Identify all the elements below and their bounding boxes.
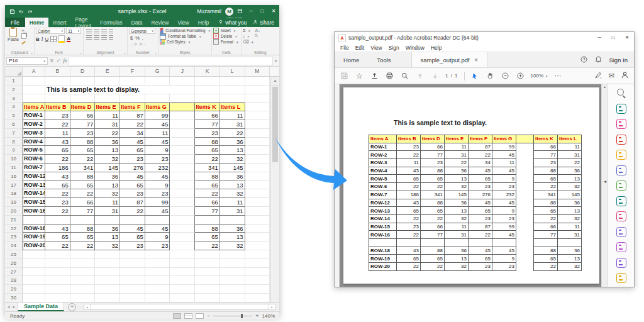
normal-view-icon[interactable] — [173, 313, 181, 319]
zoom-slider-thumb[interactable] — [241, 314, 243, 318]
cell[interactable]: 65 — [45, 146, 70, 155]
cell[interactable]: 45 — [145, 172, 170, 181]
cell[interactable] — [23, 94, 45, 103]
cell[interactable] — [170, 285, 195, 294]
cell[interactable]: 9 — [145, 233, 170, 242]
format-painter-icon[interactable] — [21, 41, 26, 45]
cell[interactable] — [23, 77, 45, 86]
cell[interactable]: 22 — [195, 189, 220, 198]
cell[interactable]: 88 — [195, 172, 220, 181]
cell[interactable]: 13 — [95, 146, 120, 155]
cell[interactable]: 45 — [120, 225, 145, 233]
cell[interactable]: ROW-7 — [23, 164, 45, 172]
cell[interactable]: 23 — [145, 155, 170, 164]
orientation-icon[interactable] — [109, 29, 113, 34]
cell[interactable]: 65 — [70, 181, 96, 190]
cell[interactable] — [245, 103, 270, 111]
cell[interactable] — [120, 285, 145, 294]
insert-function-icon[interactable]: fx — [63, 58, 67, 64]
cell[interactable] — [170, 189, 195, 198]
cell[interactable]: ROW-4 — [23, 138, 45, 147]
row-header-5[interactable]: 5 — [5, 111, 23, 120]
cell[interactable]: 36 — [95, 138, 120, 147]
cell[interactable] — [45, 268, 70, 277]
accounting-format-icon[interactable]: $ — [130, 35, 133, 41]
sort-filter-icon[interactable]: A↓ — [255, 28, 260, 33]
cell[interactable] — [220, 216, 245, 225]
sidebar-collapse-icon[interactable]: ◂ — [604, 179, 606, 184]
column-header-L[interactable]: L — [220, 67, 245, 76]
cell[interactable]: 11 — [220, 198, 245, 207]
tab-home[interactable]: Home — [335, 52, 368, 67]
row-header-18[interactable]: 18 — [5, 189, 23, 198]
cell[interactable]: 31 — [95, 120, 120, 129]
percent-style-icon[interactable]: % — [135, 35, 140, 41]
cell[interactable] — [170, 155, 195, 164]
cell[interactable] — [245, 189, 270, 198]
cell[interactable]: 22 — [195, 155, 220, 164]
cell[interactable]: 22 — [120, 120, 145, 129]
cell[interactable] — [245, 294, 270, 302]
cell[interactable]: 23 — [120, 155, 145, 164]
cell[interactable]: ROW-15 — [23, 198, 45, 207]
cell[interactable]: 77 — [70, 120, 96, 129]
row-header-9[interactable]: 9 — [5, 146, 23, 155]
cell[interactable]: 341 — [70, 164, 96, 172]
cell[interactable]: 22 — [45, 155, 70, 164]
cell[interactable] — [245, 164, 270, 172]
cell[interactable]: ROW-5 — [23, 146, 45, 155]
cell[interactable]: 88 — [70, 172, 96, 181]
cell[interactable]: 45 — [145, 225, 170, 233]
cell[interactable]: Items D — [70, 103, 96, 111]
cell[interactable] — [170, 294, 195, 302]
cell[interactable]: 36 — [220, 172, 245, 181]
column-header-E[interactable]: E — [95, 67, 120, 76]
create-pdf-icon[interactable] — [616, 135, 626, 145]
cell[interactable]: 45 — [145, 207, 170, 216]
cell[interactable] — [70, 268, 96, 277]
cell[interactable]: 22 — [70, 155, 96, 164]
font-dialog-launcher[interactable]: ⌄ — [79, 50, 82, 55]
cell[interactable]: 77 — [70, 207, 96, 216]
enter-formula-icon[interactable]: ✓ — [57, 58, 61, 64]
row-header-11[interactable]: 11 — [5, 164, 23, 172]
excel-tab-formulas[interactable]: Formulas — [96, 18, 126, 27]
cell[interactable] — [45, 285, 70, 294]
row-header-20[interactable]: 20 — [5, 207, 23, 216]
format-as-table-button[interactable]: Format as Table▾ — [160, 33, 210, 39]
menu-window[interactable]: Window — [403, 45, 427, 51]
cell[interactable] — [120, 250, 145, 259]
cell[interactable] — [195, 294, 220, 302]
cell[interactable] — [145, 268, 170, 277]
cell[interactable] — [145, 294, 170, 302]
alignment-dialog-launcher[interactable]: ⌄ — [123, 50, 126, 55]
row-header-2[interactable]: 2 — [5, 86, 23, 94]
page-indicator[interactable]: 1 / 1 — [445, 73, 458, 79]
cell[interactable]: 65 — [195, 146, 220, 155]
cell[interactable] — [120, 259, 145, 268]
cell[interactable] — [245, 198, 270, 207]
cell[interactable]: 32 — [220, 242, 245, 250]
cell[interactable] — [45, 276, 70, 285]
cell[interactable]: 77 — [195, 207, 220, 216]
cell[interactable]: 32 — [220, 189, 245, 198]
cell[interactable]: 186 — [45, 164, 70, 172]
cell[interactable] — [220, 250, 245, 259]
organize-pages-icon[interactable] — [616, 180, 626, 191]
cell-styles-button[interactable]: Cell Styles▾ — [160, 39, 210, 45]
cell[interactable]: 32 — [95, 155, 120, 164]
share-button[interactable]: Share — [253, 18, 274, 27]
cell[interactable]: 34 — [120, 129, 145, 138]
tell-me-box[interactable]: Tell me what you want to do — [218, 18, 253, 27]
cell[interactable]: 11 — [45, 129, 70, 138]
menu-file[interactable]: File — [338, 45, 352, 51]
cell[interactable] — [145, 94, 170, 103]
cell[interactable]: 32 — [95, 242, 120, 250]
cell[interactable]: 32 — [95, 189, 120, 198]
cell[interactable]: ROW-13 — [23, 181, 45, 190]
cell[interactable] — [220, 285, 245, 294]
excel-tab-insert[interactable]: Insert — [48, 18, 70, 27]
cell[interactable]: Items L — [220, 103, 245, 111]
cell[interactable]: 36 — [95, 172, 120, 181]
cell[interactable] — [170, 216, 195, 225]
